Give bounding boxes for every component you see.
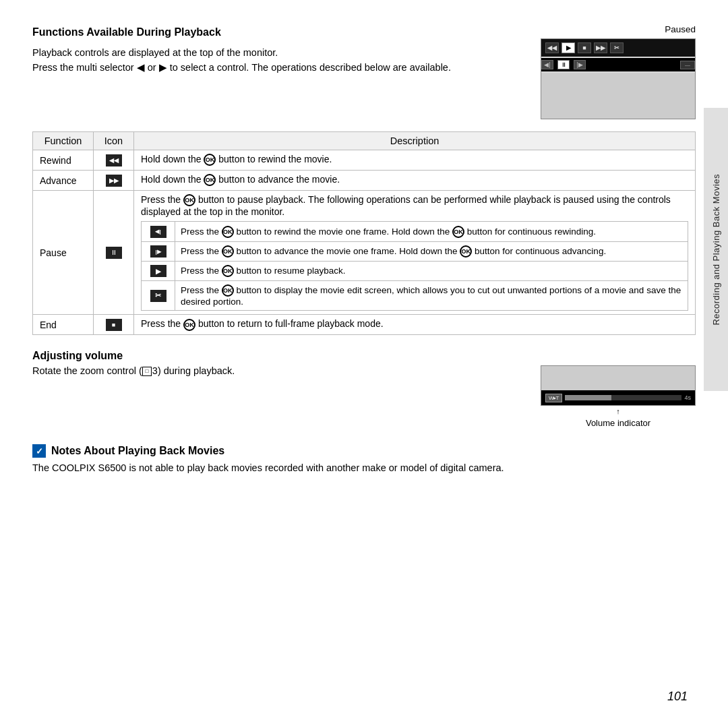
ok-icon-8: OK: [222, 265, 234, 277]
notes-title: Notes About Playing Back Movies: [51, 445, 224, 457]
sub-desc-frame-rw: Press the OK button to rewind the movie …: [175, 222, 688, 242]
ok-icon-3: OK: [183, 194, 195, 206]
ok-icon-10: OK: [183, 319, 195, 331]
table-row-advance: Advance ▶▶ Hold down the OK button to ad…: [33, 171, 696, 191]
vol-arrow-indicator: ↑: [616, 407, 620, 415]
col-header-description: Description: [134, 132, 696, 150]
book-icon: □: [142, 367, 152, 376]
func-pause: Pause: [33, 191, 94, 315]
table-row-pause: Pause ⏸ Press the OK button to pause pla…: [33, 191, 696, 315]
section1-title: Functions Available During Playback: [32, 24, 524, 41]
vol-indicator-label: Volume indicator: [586, 418, 650, 428]
func-rewind: Rewind: [33, 150, 94, 171]
frame-ff-icon: |▶: [150, 245, 166, 257]
icon-rewind: ◀◀: [94, 150, 134, 171]
adjusting-volume-section: Adjusting volume Rotate the zoom control…: [32, 350, 696, 428]
icon-end: ■: [94, 315, 134, 335]
sub-icon-edit: ✂: [142, 281, 175, 311]
sub-desc-edit: Press the OK button to display the movie…: [175, 281, 688, 311]
camera-content-area: [541, 73, 695, 119]
table-row-end: End ■ Press the OK button to return to f…: [33, 315, 696, 335]
pause-icon: ⏸: [106, 247, 122, 259]
camera-display-paused: ◀◀ ▶ ■ ▶▶ ✂ ◀| ⏸ |▶ —: [541, 38, 696, 119]
frame-rw-icon: ◀|: [150, 226, 166, 238]
end-icon: ■: [106, 319, 122, 331]
desc-rewind: Hold down the OK button to rewind the mo…: [134, 150, 696, 171]
paused-label: Paused: [665, 24, 696, 34]
functions-table: Function Icon Description Rewind ◀◀ Hold…: [32, 131, 696, 335]
col-header-icon: Icon: [94, 132, 134, 150]
stop-ctrl: ■: [578, 42, 591, 53]
col-header-function: Function: [33, 132, 94, 150]
intro-para1: Playback controls are displayed at the t…: [32, 45, 524, 75]
sub-rw-ctrl: ◀|: [541, 60, 553, 69]
pause-main-desc: Press the OK button to pause playback. T…: [141, 194, 688, 217]
sub-icon-frame-rw: ◀|: [142, 222, 175, 242]
vol-bar-area: W▸T 4s: [541, 390, 695, 405]
icon-pause: ⏸: [94, 191, 134, 315]
sub-row-frame-rw: ◀| Press the OK button to rewind the mov…: [142, 222, 688, 242]
ok-icon-2: OK: [204, 174, 216, 186]
advance-icon: ▶▶: [106, 175, 122, 187]
section1-intro-block: Functions Available During Playback Play…: [32, 24, 696, 119]
pause-sub-table: ◀| Press the OK button to rewind the mov…: [141, 221, 688, 311]
play-ctrl: ▶: [562, 42, 575, 53]
camera-top-bar: ◀◀ ▶ ■ ▶▶ ✂: [541, 39, 695, 57]
vol-progress-fill: [565, 395, 611, 400]
vol-block: Rotate the zoom control (□3) during play…: [32, 365, 696, 428]
sub-desc-resume: Press the OK button to resume playback.: [175, 262, 688, 281]
intro-text-block: Functions Available During Playback Play…: [32, 24, 541, 75]
sub-row-frame-ff: |▶ Press the OK button to advance the mo…: [142, 241, 688, 262]
notes-header: ✓ Notes About Playing Back Movies: [32, 444, 696, 458]
notes-check-icon: ✓: [32, 444, 46, 458]
func-end: End: [33, 315, 94, 335]
ok-icon-9: OK: [222, 284, 234, 297]
icon-advance: ▶▶: [94, 171, 134, 191]
table-row-rewind: Rewind ◀◀ Hold down the OK button to rew…: [33, 150, 696, 171]
sub-icon-resume: ▶: [142, 262, 175, 281]
sub-row-edit: ✂ Press the OK button to display the mov…: [142, 281, 688, 311]
vol-screen: W▸T 4s: [541, 365, 696, 406]
sub-pause-ctrl: ⏸: [557, 60, 570, 69]
rewind-ctrl: ◀◀: [545, 42, 559, 53]
ff-ctrl: ▶▶: [594, 42, 607, 53]
desc-pause: Press the OK button to pause playback. T…: [134, 191, 696, 315]
desc-end: Press the OK button to return to full-fr…: [134, 315, 696, 335]
desc-advance: Hold down the OK button to advance the m…: [134, 171, 696, 191]
func-advance: Advance: [33, 171, 94, 191]
ok-icon-4: OK: [222, 226, 234, 238]
vol-image-area: W▸T 4s ↑ Volume indicator: [541, 365, 696, 428]
edit-icon: ✂: [150, 290, 166, 302]
vol-title: Adjusting volume: [32, 350, 696, 362]
ok-icon-7: OK: [460, 245, 472, 257]
rewind-icon: ◀◀: [106, 154, 122, 166]
vol-progress: [565, 395, 682, 400]
camera-screen-paused: Paused ◀◀ ▶ ■ ▶▶ ✂ ◀| ⏸ |▶ —: [541, 24, 696, 119]
vol-wt-box: W▸T: [545, 394, 562, 402]
sub-desc-frame-ff: Press the OK button to advance the movie…: [175, 241, 688, 262]
ok-icon: OK: [204, 154, 216, 166]
notes-section: ✓ Notes About Playing Back Movies The CO…: [32, 444, 696, 476]
ok-icon-5: OK: [452, 226, 464, 238]
sub-row-resume: ▶ Press the OK button to resume playback…: [142, 262, 688, 281]
camera-second-bar: ◀| ⏸ |▶ —: [541, 58, 695, 71]
edit-ctrl: ✂: [610, 42, 624, 53]
sub-end-ctrl: —: [590, 60, 695, 69]
vol-text: Rotate the zoom control (□3) during play…: [32, 365, 520, 376]
vol-time: 4s: [684, 394, 691, 401]
sub-ff-ctrl: |▶: [574, 60, 586, 69]
resume-icon: ▶: [150, 265, 166, 277]
notes-text: The COOLPIX S6500 is not able to play ba…: [32, 461, 696, 476]
ok-icon-6: OK: [222, 245, 234, 257]
sub-icon-frame-ff: |▶: [142, 241, 175, 262]
